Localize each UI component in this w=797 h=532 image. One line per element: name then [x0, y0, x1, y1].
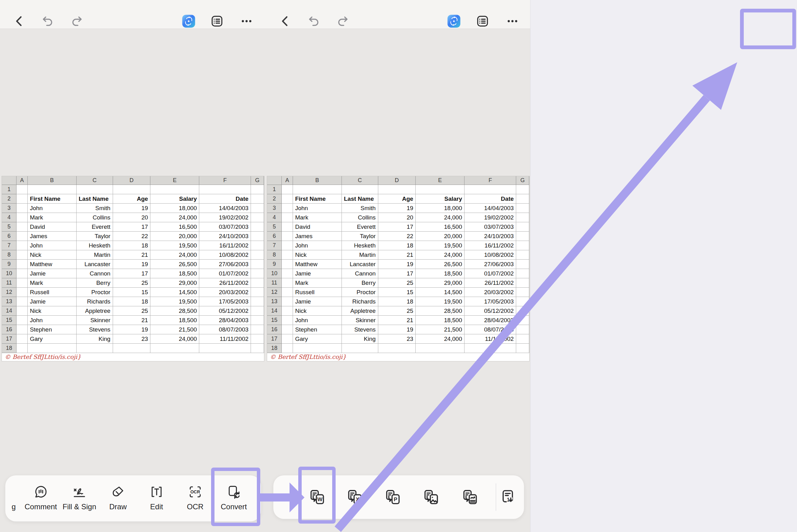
sheet-cell: [251, 297, 264, 306]
sheet-cell: Matthew: [28, 260, 77, 269]
list-icon[interactable]: [476, 14, 489, 28]
row-number: 18: [2, 344, 17, 353]
sheet-cell: John: [28, 316, 77, 325]
toolbar-item-label[interactable]: Comment: [24, 502, 57, 511]
sheet-cell: [516, 288, 529, 297]
edit-icon[interactable]: [149, 484, 164, 499]
redo-icon[interactable]: [70, 14, 84, 28]
more-icon[interactable]: [240, 14, 253, 28]
ai-icon[interactable]: [447, 14, 461, 28]
ocr-icon[interactable]: OCR: [188, 484, 203, 499]
column-letter: B: [293, 176, 342, 185]
row-number: 1: [267, 185, 282, 194]
table-row: 16StephenStevens1921,50008/07/2003: [267, 325, 529, 334]
sheet-cell: 14,500: [416, 288, 464, 297]
sheet-cell: [251, 344, 264, 353]
sheet-cell: [77, 185, 113, 194]
table-row: 15JohnSkinner2118,50028/04/2003: [2, 316, 264, 325]
sheet-cell: 08/07/2003: [199, 325, 251, 334]
sheet-cell: 21,500: [150, 325, 199, 334]
sheet-cell: 26/11/2002: [199, 278, 251, 288]
sheet-corner-cell: [267, 176, 282, 185]
sheet-cell: [282, 334, 293, 344]
sheet-cell: 19,500: [416, 241, 464, 250]
row-number: 8: [2, 250, 17, 260]
draw-icon[interactable]: [111, 484, 126, 499]
sheet-cell: 22: [378, 232, 416, 241]
sheet-cell: Smith: [342, 204, 378, 213]
sheet-cell: 24,000: [416, 213, 464, 222]
sheet-cell: 21: [113, 250, 151, 260]
sheet-cell: 05/12/2002: [199, 306, 251, 316]
more-icon[interactable]: [506, 14, 519, 28]
toolbar-item-label[interactable]: Convert: [221, 502, 247, 511]
convert-icon[interactable]: [226, 484, 241, 499]
sheet-cell: John: [293, 204, 342, 213]
toolbar-item-label[interactable]: OCR: [187, 502, 203, 511]
sheet-cell: [416, 185, 464, 194]
sheet-cell: David: [28, 222, 77, 232]
redo-icon[interactable]: [336, 14, 349, 28]
doc-to-image-icon[interactable]: [423, 489, 440, 506]
column-letter: F: [464, 176, 516, 185]
sheet-cell: [251, 250, 264, 260]
sheet-cell: [282, 288, 293, 297]
sheet-cell: David: [293, 222, 342, 232]
ai-icon[interactable]: [182, 14, 195, 28]
fill-sign-icon[interactable]: [72, 484, 87, 499]
sheet-cell: Richards: [77, 297, 113, 306]
row-number: 16: [267, 325, 282, 334]
sheet-cell: Everett: [77, 222, 113, 232]
sheet-cell: 19: [378, 260, 416, 269]
sheet-cell: [17, 306, 28, 316]
pdf-page-1: ABCDEFG12First NameLast NameAgeSalaryDat…: [2, 176, 264, 361]
chevron-left-icon[interactable]: [13, 14, 26, 28]
sheet-cell: 29,000: [150, 278, 199, 288]
toolbar-item-partial[interactable]: g: [12, 502, 16, 511]
sheet-cell: 19/02/2002: [199, 213, 251, 222]
list-icon[interactable]: [210, 14, 224, 28]
toolbar-item-label[interactable]: Draw: [109, 502, 127, 511]
top-toolbar: [0, 0, 530, 28]
doc-to-excel-icon[interactable]: X: [346, 489, 363, 506]
page-organize-icon[interactable]: 1: [499, 489, 516, 506]
sheet-cell: 17: [378, 222, 416, 232]
sheet-cell: Appletree: [77, 306, 113, 316]
table-row: 3JohnSmith1918,00014/04/2003: [267, 204, 529, 213]
table-row: 2First NameLast NameAgeSalaryDate: [2, 194, 264, 204]
sheet-cell: 20: [113, 213, 151, 222]
doc-to-image-text-icon[interactable]: [462, 489, 478, 506]
toolbar-item-label[interactable]: Fill & Sign: [62, 502, 96, 511]
sheet-cell: [150, 185, 199, 194]
sheet-cell: 28/04/2003: [199, 316, 251, 325]
undo-icon[interactable]: [307, 14, 321, 28]
row-number: 8: [267, 250, 282, 260]
column-letter: B: [28, 176, 77, 185]
sheet-cell: 11/11/2002: [199, 334, 251, 344]
doc-to-ppt-icon[interactable]: P: [384, 489, 401, 506]
sheet-cell: Appletree: [342, 306, 378, 316]
sheet-cell: [17, 316, 28, 325]
comment-icon[interactable]: [33, 484, 48, 499]
row-number: 13: [267, 297, 282, 306]
sheet-cell: James: [293, 232, 342, 241]
sheet-cell: [282, 344, 293, 353]
sheet-cell: [516, 325, 529, 334]
sheet-cell: Collins: [77, 213, 113, 222]
doc-to-word-icon[interactable]: W: [309, 489, 326, 506]
sheet-cell: Jamie: [293, 297, 342, 306]
table-row: 17GaryKing2324,00011/11/2002: [2, 334, 264, 344]
sheet-cell: 03/07/2003: [199, 222, 251, 232]
sheet-cell: [516, 278, 529, 288]
sheet-cell: John: [28, 204, 77, 213]
sheet-cell: 24,000: [416, 250, 464, 260]
sheet-cell: 18,500: [416, 316, 464, 325]
toolbar-item-label[interactable]: Edit: [150, 502, 163, 511]
chevron-left-icon[interactable]: [278, 14, 292, 28]
table-row: 12RussellProctor1514,50020/03/2002: [2, 288, 264, 297]
sheet-cell: 27/06/2003: [199, 260, 251, 269]
sheet-cell: [251, 194, 264, 204]
sheet-cell: [17, 204, 28, 213]
sheet-cell: 18,500: [150, 316, 199, 325]
undo-icon[interactable]: [41, 14, 55, 28]
